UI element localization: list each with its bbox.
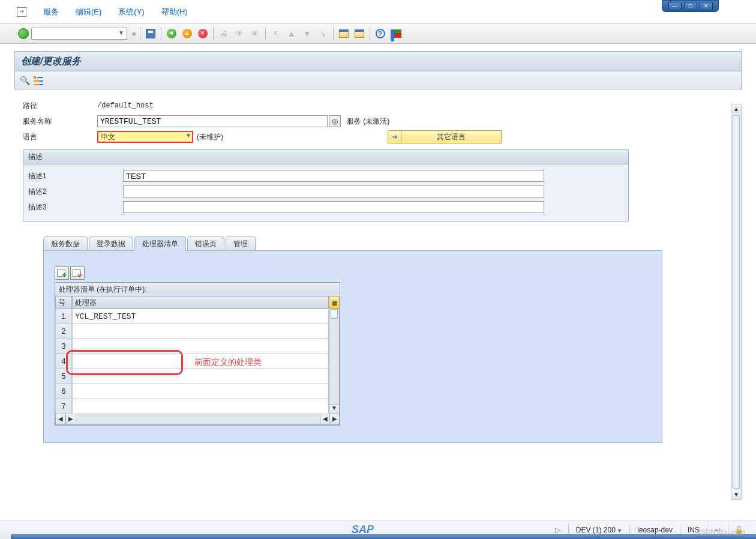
- window-controls: — □ ✕: [662, 0, 719, 12]
- back-icon: [167, 29, 176, 38]
- app-toolbar: 🔍: [14, 71, 742, 89]
- annotation-text: 前面定义的处理类: [194, 357, 262, 368]
- desc2-input[interactable]: [123, 185, 544, 197]
- save-icon: [146, 29, 155, 38]
- row-num-6[interactable]: 7: [55, 399, 72, 414]
- row-proc-1[interactable]: [72, 324, 329, 339]
- row-proc-6[interactable]: [72, 399, 329, 414]
- desc2-label: 描述2: [28, 187, 123, 197]
- close-window-button[interactable]: ✕: [700, 2, 713, 10]
- desc1-label: 描述1: [28, 171, 123, 181]
- exit-icon: [182, 29, 192, 38]
- find-next-button: 👁: [248, 27, 262, 40]
- find-button: 👁: [233, 27, 246, 40]
- row-num-3[interactable]: 4: [55, 354, 72, 369]
- maximize-button[interactable]: □: [684, 2, 697, 10]
- row-proc-0[interactable]: YCL_REST_TEST: [72, 309, 329, 324]
- language-dropdown[interactable]: 中文: [97, 131, 193, 143]
- table-scrollbar-h[interactable]: ◀▶ ◀▶: [55, 414, 340, 425]
- row-num-1[interactable]: 2: [55, 324, 72, 339]
- enter-icon[interactable]: [18, 28, 29, 39]
- collapse-icon[interactable]: «: [132, 29, 136, 38]
- desc3-input[interactable]: [123, 201, 544, 213]
- desc3-label: 描述3: [28, 202, 123, 212]
- cancel-icon: [198, 29, 208, 38]
- toolbar: « 🖨 👁 👁 ⭶ ▲ ▼ ⭸ ?: [0, 24, 756, 44]
- new-session-button[interactable]: [337, 27, 350, 40]
- layout-icon: [391, 29, 401, 38]
- exit-button[interactable]: [181, 27, 194, 40]
- status-host: leosap-dev: [635, 526, 675, 534]
- row-proc-4[interactable]: [72, 369, 329, 384]
- service-status-text: 服务 (未激活): [347, 116, 389, 127]
- path-value: /default_host: [97, 101, 154, 110]
- shortcut-icon: [355, 29, 364, 38]
- tab-3[interactable]: 错误页: [187, 236, 224, 251]
- row-proc-5[interactable]: [72, 384, 329, 399]
- other-languages-label: 其它语言: [401, 132, 501, 142]
- handler-table-title: 处理器清单 (在执行订单中):: [55, 283, 340, 296]
- last-page-button: ⭸: [316, 27, 329, 40]
- main-scrollbar[interactable]: ▲▼: [731, 104, 742, 500]
- language-label: 语言: [23, 132, 97, 142]
- row-num-2[interactable]: 3: [55, 339, 72, 354]
- f4-help-button[interactable]: ◎: [329, 115, 341, 127]
- command-field[interactable]: [31, 28, 127, 40]
- new-session-icon: [339, 29, 349, 38]
- tabstrip: 服务数据登录数据处理器清单错误页管理 处理器清单 (在执行订单中): 号1234…: [43, 236, 662, 443]
- service-name-label: 服务名称: [23, 116, 97, 127]
- tree-icon[interactable]: [34, 76, 43, 85]
- menu-service[interactable]: 服务: [43, 7, 59, 17]
- arrow-right-icon: ➔: [388, 131, 401, 143]
- print-button: 🖨: [217, 27, 230, 40]
- layout-button[interactable]: [389, 27, 403, 40]
- table-config-button[interactable]: ▦: [329, 296, 340, 309]
- help-icon: ?: [376, 29, 385, 38]
- tab-1[interactable]: 登录数据: [89, 236, 133, 251]
- add-row-button[interactable]: [55, 266, 69, 280]
- cancel-button[interactable]: [196, 27, 209, 40]
- next-page-button: ▼: [301, 27, 314, 40]
- description-group-title: 描述: [23, 150, 628, 164]
- menu-system[interactable]: 系统(Y): [118, 7, 144, 17]
- row-num-4[interactable]: 5: [55, 369, 72, 384]
- prev-page-button: ▲: [285, 27, 298, 40]
- shortcut-button[interactable]: [353, 27, 366, 40]
- status-nav-icon[interactable]: ▷: [553, 525, 563, 535]
- language-note: (未维护): [197, 132, 223, 142]
- tab-content-handler-list: 处理器清单 (在执行订单中): 号1234567 处理器YCL_REST_TES…: [43, 250, 662, 443]
- th-proc[interactable]: 处理器: [72, 296, 329, 309]
- first-page-button: ⭶: [269, 27, 283, 40]
- page-title: 创建/更改服务: [14, 51, 742, 71]
- delete-row-button[interactable]: [70, 266, 85, 280]
- app-icon[interactable]: [17, 7, 26, 17]
- bottom-accent-bar: [11, 534, 756, 539]
- tab-2[interactable]: 处理器清单: [134, 236, 186, 251]
- table-scrollbar-v[interactable]: ▼: [329, 309, 340, 414]
- menubar: 服务 编辑(E) 系统(Y) 帮助(H): [0, 0, 756, 24]
- back-button[interactable]: [165, 27, 178, 40]
- tab-0[interactable]: 服务数据: [43, 236, 88, 251]
- tab-4[interactable]: 管理: [226, 236, 256, 251]
- row-num-5[interactable]: 6: [55, 384, 72, 399]
- menu-help[interactable]: 帮助(H): [161, 7, 188, 17]
- description-group: 描述 描述1 描述2 描述3: [23, 149, 629, 221]
- status-system[interactable]: DEV (1) 200: [574, 526, 625, 534]
- handler-table: 处理器清单 (在执行订单中): 号1234567 处理器YCL_REST_TES…: [55, 282, 340, 426]
- language-value: 中文: [101, 133, 115, 142]
- minimize-button[interactable]: —: [668, 2, 682, 10]
- help-button[interactable]: ?: [374, 27, 387, 40]
- save-button[interactable]: [144, 27, 157, 40]
- glasses-icon[interactable]: 🔍: [20, 76, 30, 85]
- desc1-input[interactable]: [123, 170, 544, 182]
- path-label: 路径: [23, 101, 97, 111]
- row-num-0[interactable]: 1: [55, 309, 72, 324]
- other-languages-button[interactable]: ➔ 其它语言: [388, 130, 502, 143]
- service-name-input[interactable]: [97, 115, 328, 127]
- menu-edit[interactable]: 编辑(E): [76, 7, 101, 17]
- row-proc-2[interactable]: [72, 339, 329, 354]
- th-num[interactable]: 号: [55, 296, 72, 309]
